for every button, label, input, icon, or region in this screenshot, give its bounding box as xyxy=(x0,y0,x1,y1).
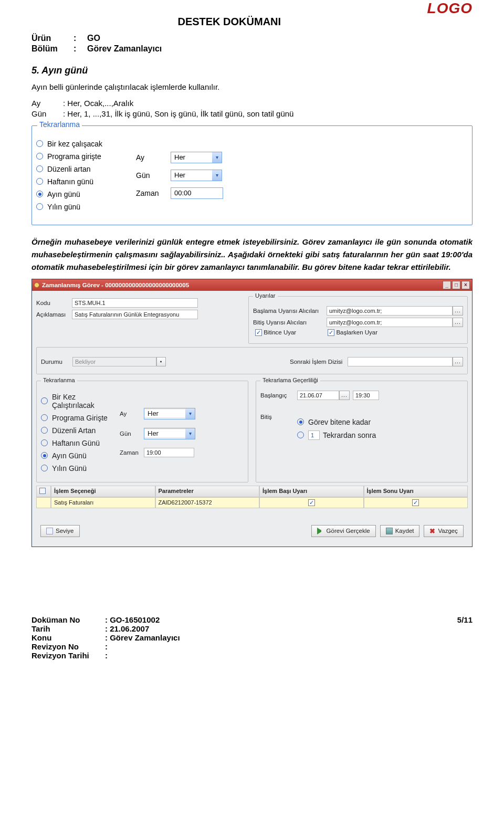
foot-revno-k: Revizyon No xyxy=(32,642,105,651)
sonraki-input[interactable] xyxy=(348,357,453,366)
ay-select[interactable]: Her ▾ xyxy=(171,152,222,163)
bas-time-input[interactable]: 19:30 xyxy=(353,391,379,400)
durumu-input: Bekliyor xyxy=(72,357,156,366)
gun-select[interactable]: Her ▾ xyxy=(171,170,222,181)
radio-programa-label: Programa girişte xyxy=(47,152,101,161)
radio-hafta-label: Haftanın günü xyxy=(47,177,93,186)
cancel-icon: ✖ xyxy=(429,527,435,535)
radio-duzenli[interactable] xyxy=(36,165,43,172)
wr-birkez[interactable] xyxy=(41,397,48,404)
th-param: Parametreler xyxy=(155,486,260,497)
radio-hafta[interactable] xyxy=(36,178,43,185)
wr-hafta[interactable] xyxy=(41,439,48,446)
urun-val: GO xyxy=(87,34,100,43)
close-button[interactable]: × xyxy=(461,281,470,289)
foot-konu-k: Konu xyxy=(32,633,105,642)
wr-duzenli[interactable] xyxy=(41,427,48,434)
foot-dokno-k: Doküman No xyxy=(32,615,105,624)
def-gun-v: : Her, 1, ...,31, İlk iş günü, Son iş gü… xyxy=(63,109,293,118)
th-basi: İşlem Başı Uyarı xyxy=(259,486,364,497)
foot-revt-k: Revizyon Tarihi xyxy=(32,651,105,660)
zaman-label: Zaman xyxy=(136,189,171,197)
dialog-window: Zamanlanmış Görev - 00000000000000000000… xyxy=(32,279,472,547)
tay-select[interactable]: Her▾ xyxy=(144,408,195,419)
uyar-legend: Uyarılar xyxy=(253,292,278,299)
radio-birkez-label: Bir kez çalışacak xyxy=(47,140,102,148)
tgun-label: Gün xyxy=(120,430,144,437)
basla-browse-button[interactable]: ... xyxy=(453,306,463,316)
radio-ayin-label: Ayın günü xyxy=(47,190,80,198)
sonraki-label: Sonraki İşlem Dizisi xyxy=(290,359,348,365)
radio-duzenli-label: Düzenli artan xyxy=(47,165,91,173)
tekrar-count-input[interactable]: 1 xyxy=(308,430,320,440)
opt-gorev[interactable] xyxy=(297,418,304,425)
kodu-label: Kodu xyxy=(36,300,72,306)
islem-table: İşlem Seçeneği Parametreler İşlem Başı U… xyxy=(36,486,468,508)
tay-label: Ay xyxy=(120,411,144,417)
radio-yilin[interactable] xyxy=(36,203,43,210)
wr-programa[interactable] xyxy=(41,414,48,421)
example-paragraph: Örneğin muhasebeye verilerinizi günlük e… xyxy=(32,236,472,274)
tz-input[interactable]: 19:00 xyxy=(144,448,194,457)
td-islem: Satış Faturaları xyxy=(51,497,155,508)
wr-ayin[interactable] xyxy=(41,452,48,459)
window-icon xyxy=(34,282,39,288)
row-basi-checkbox[interactable] xyxy=(308,499,315,506)
th-islem: İşlem Seçeneği xyxy=(51,486,155,497)
bolum-val: Görev Zamanlayıcı xyxy=(87,44,162,54)
basla-input[interactable]: umityz@logo.com.tr; xyxy=(327,306,453,316)
radio-birkez[interactable] xyxy=(36,140,43,147)
bitis-browse-button[interactable]: ... xyxy=(453,318,463,327)
section-desc: Ayın belli günlerinde çalıştırılacak işl… xyxy=(32,81,472,93)
save-icon xyxy=(386,528,393,534)
doc-meta: Ürün : GO Bölüm : Görev Zamanlayıcı xyxy=(32,34,472,54)
radio-ayin[interactable] xyxy=(36,191,43,197)
radio-yilin-label: Yılın günü xyxy=(47,203,80,211)
bitis-input[interactable]: umityz@logo.com.tr; xyxy=(327,318,453,327)
chevron-down-icon: ▾ xyxy=(185,428,195,439)
bas-date-input[interactable]: 21.06.07 xyxy=(297,391,339,400)
bas-date-button[interactable]: ... xyxy=(339,391,350,400)
gun-select-value: Her xyxy=(171,171,212,179)
kaydet-button[interactable]: Kaydet xyxy=(380,525,420,537)
seviye-button[interactable]: Seviye xyxy=(40,525,80,537)
chevron-down-icon: ▾ xyxy=(212,170,222,181)
wr-yilin[interactable] xyxy=(41,465,48,471)
sonraki-browse-button[interactable]: ... xyxy=(453,357,463,366)
header-checkbox[interactable] xyxy=(39,488,46,494)
bit-label: Bitiş xyxy=(260,414,297,420)
baslarken-label: Başlarken Uyar xyxy=(336,329,377,335)
gercekle-button[interactable]: Görevi Gerçekle xyxy=(311,525,376,537)
foot-tarih-k: Tarih xyxy=(32,624,105,633)
foot-tarih-v: : 21.06.2007 xyxy=(105,624,149,633)
kodu-input[interactable]: STS.MUH.1 xyxy=(72,298,198,308)
vazgec-button[interactable]: ✖Vazgeç xyxy=(424,525,464,537)
win-tek-legend: Tekrarlanma xyxy=(41,377,77,383)
chevron-down-icon: ▾ xyxy=(212,152,222,163)
maximize-button[interactable]: □ xyxy=(452,281,460,289)
baslarken-checkbox[interactable] xyxy=(328,329,334,336)
durumu-button[interactable]: ▪ xyxy=(156,357,166,366)
def-ay-v: : Her, Ocak,...,Aralık xyxy=(63,99,133,108)
radio-programa[interactable] xyxy=(36,153,43,160)
durumu-label: Durumu xyxy=(41,359,72,365)
basla-label: Başlama Uyarısı Alıcıları xyxy=(253,308,327,314)
acik-input[interactable]: Satış Faturalarının Günlük Entegrasyonu xyxy=(72,310,198,319)
section-heading: 5. Ayın günü xyxy=(32,65,472,76)
tgun-select[interactable]: Her▾ xyxy=(144,428,195,439)
bitince-checkbox[interactable] xyxy=(255,329,262,336)
gec-legend: Tekrarlama Geçerliliği xyxy=(260,377,320,383)
ay-select-value: Her xyxy=(171,153,212,161)
zaman-input[interactable]: 00:00 xyxy=(171,187,223,199)
th-sonu: İşlem Sonu Uyarı xyxy=(364,486,468,497)
bitis-label: Bitiş Uyarısı Alıcıları xyxy=(253,319,327,326)
logo: LOGO xyxy=(427,0,472,17)
gun-label: Gün xyxy=(136,171,171,180)
foot-revno-v: : xyxy=(105,642,108,651)
tekrarlanma-legend: Tekrarlanma xyxy=(37,120,82,129)
row-sonu-checkbox[interactable] xyxy=(412,499,419,506)
def-gun-k: Gün xyxy=(32,109,63,118)
minimize-button[interactable]: _ xyxy=(443,281,451,289)
opt-tekrar[interactable] xyxy=(297,432,304,438)
titlebar[interactable]: Zamanlanmış Görev - 00000000000000000000… xyxy=(32,279,472,291)
